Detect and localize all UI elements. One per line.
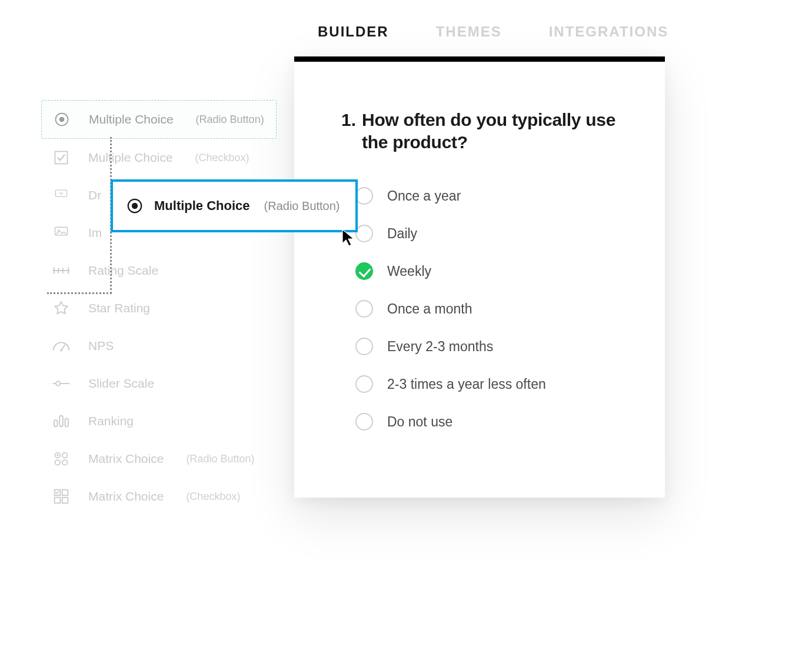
question-type-sidebar: Multiple Choice (Radio Button) Multiple …: [41, 100, 277, 515]
slider-icon: [52, 374, 71, 393]
option-label: Once a month: [387, 301, 472, 317]
radio-icon[interactable]: [355, 413, 373, 431]
svg-rect-17: [65, 418, 69, 426]
question-heading: 1. How often do you typically use the pr…: [341, 109, 618, 153]
radio-icon-selected[interactable]: [355, 262, 373, 280]
question-text: How often do you typically use the produ…: [362, 109, 618, 153]
svg-rect-15: [54, 420, 58, 426]
qtype-matrix-checkbox[interactable]: Matrix Choice (Checkbox): [41, 478, 277, 515]
option-label: 2-3 times a year less often: [387, 376, 546, 392]
svg-point-21: [55, 460, 61, 465]
question-options: Once a year Daily Weekly Once a month Ev…: [355, 187, 618, 431]
qtype-star-rating[interactable]: Star Rating: [41, 289, 277, 327]
radio-icon[interactable]: [355, 300, 373, 318]
option-label: Once a year: [387, 188, 461, 204]
svg-point-22: [62, 460, 68, 465]
option-label: Daily: [387, 226, 417, 242]
svg-rect-26: [62, 498, 68, 503]
svg-point-14: [56, 381, 60, 385]
svg-point-1: [59, 117, 65, 122]
qtype-sublabel: (Checkbox): [195, 152, 249, 164]
checkbox-icon: [52, 148, 71, 167]
radio-icon: [126, 197, 144, 215]
qtype-label: NPS: [88, 339, 114, 353]
star-icon: [52, 299, 71, 318]
option-row[interactable]: Once a month: [355, 300, 618, 318]
qtype-label: Multiple Choice: [88, 151, 173, 165]
qtype-label: Dr: [88, 188, 101, 202]
svg-point-19: [56, 454, 59, 456]
option-row[interactable]: Every 2-3 months: [355, 338, 618, 355]
option-label: Weekly: [387, 264, 431, 279]
drag-chip-sublabel: (Radio Button): [264, 199, 340, 213]
qtype-label: Im: [88, 226, 102, 240]
radio-icon: [52, 110, 71, 129]
tab-builder[interactable]: BUILDER: [318, 24, 389, 40]
matrix-radio-icon: [52, 449, 71, 468]
svg-rect-25: [55, 498, 61, 503]
qtype-nps[interactable]: NPS: [41, 327, 277, 365]
qtype-label: Matrix Choice: [88, 452, 164, 466]
survey-preview-panel: 1. How often do you typically use the pr…: [294, 56, 665, 498]
qtype-label: Slider Scale: [88, 376, 154, 391]
qtype-multiple-choice-checkbox[interactable]: Multiple Choice (Checkbox): [41, 139, 277, 176]
qtype-ranking[interactable]: Ranking: [41, 402, 277, 440]
option-row[interactable]: Do not use: [355, 413, 618, 431]
svg-point-20: [62, 453, 68, 458]
option-row[interactable]: Weekly: [355, 262, 618, 280]
image-icon: [52, 224, 71, 242]
drag-chip-multiple-choice[interactable]: Multiple Choice (Radio Button): [111, 179, 358, 232]
qtype-rating-scale[interactable]: Rating Scale: [41, 252, 277, 289]
ranking-icon: [52, 412, 71, 431]
matrix-check-icon: [52, 487, 71, 506]
qtype-matrix-radio[interactable]: Matrix Choice (Radio Button): [41, 440, 277, 478]
svg-rect-16: [59, 416, 63, 427]
svg-rect-2: [55, 152, 68, 164]
question-number: 1.: [341, 109, 356, 153]
qtype-label: Star Rating: [88, 301, 150, 315]
option-label: Do not use: [387, 414, 452, 430]
drag-guide-horizontal: [47, 292, 112, 294]
qtype-sublabel: (Radio Button): [196, 114, 264, 126]
svg-rect-24: [62, 490, 68, 496]
radio-icon[interactable]: [355, 338, 373, 355]
svg-rect-3: [55, 190, 66, 196]
svg-point-28: [132, 203, 138, 209]
tab-integrations[interactable]: INTEGRATIONS: [549, 24, 669, 40]
svg-point-12: [60, 349, 62, 352]
dropdown-icon: [52, 186, 71, 205]
qtype-label: Rating Scale: [88, 264, 158, 278]
qtype-label: Multiple Choice: [89, 112, 174, 126]
radio-icon[interactable]: [355, 375, 373, 393]
drag-chip-label: Multiple Choice: [154, 198, 250, 214]
qtype-sublabel: (Radio Button): [186, 453, 254, 465]
option-row[interactable]: 2-3 times a year less often: [355, 375, 618, 393]
nps-icon: [52, 336, 71, 355]
qtype-label: Matrix Choice: [88, 489, 164, 503]
qtype-sublabel: (Checkbox): [186, 491, 240, 503]
radio-icon[interactable]: [355, 225, 373, 242]
option-row[interactable]: Once a year: [355, 187, 618, 205]
rating-icon: [52, 261, 71, 280]
option-row[interactable]: Daily: [355, 225, 618, 242]
radio-icon[interactable]: [355, 187, 373, 205]
qtype-slider-scale[interactable]: Slider Scale: [41, 365, 277, 402]
builder-tabs: BUILDER THEMES INTEGRATIONS: [294, 12, 665, 54]
option-label: Every 2-3 months: [387, 339, 493, 355]
qtype-multiple-choice-radio[interactable]: Multiple Choice (Radio Button): [41, 100, 277, 139]
qtype-label: Ranking: [88, 414, 134, 428]
tab-themes[interactable]: THEMES: [436, 24, 502, 40]
